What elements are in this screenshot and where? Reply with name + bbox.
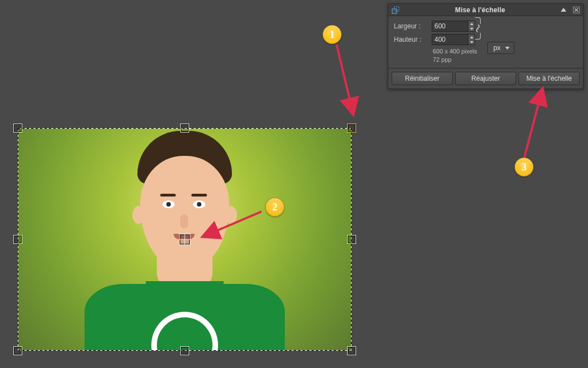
- aspect-lock-toggle[interactable]: [474, 16, 482, 41]
- chevron-down-icon: [505, 47, 510, 50]
- scale-handle-mid-left[interactable]: [13, 235, 22, 244]
- dialog-title-text: Mise à l'échelle: [403, 6, 557, 14]
- height-label: Hauteur :: [394, 36, 427, 43]
- scale-tool-icon: [392, 6, 399, 14]
- annotation-marker-2: 2: [265, 198, 284, 217]
- scale-handle-center[interactable]: [179, 234, 190, 245]
- readjust-button[interactable]: Réajuster: [455, 72, 516, 85]
- collapse-icon[interactable]: [561, 8, 566, 12]
- scale-handle-mid-right[interactable]: [347, 235, 356, 244]
- scale-handle-top-right[interactable]: [347, 124, 356, 133]
- svg-line-2: [337, 45, 353, 114]
- chain-link-icon: [476, 24, 480, 32]
- scale-handle-bottom-right[interactable]: [347, 346, 356, 355]
- scale-handle-top-left[interactable]: [13, 124, 22, 133]
- close-icon[interactable]: [573, 7, 580, 13]
- dialog-titlebar[interactable]: Mise à l'échelle: [388, 4, 583, 16]
- apply-scale-button[interactable]: Mise à l'échelle: [518, 72, 580, 85]
- scale-transform-frame[interactable]: [18, 128, 352, 351]
- height-input[interactable]: [432, 35, 468, 45]
- annotation-marker-1: 1: [323, 25, 342, 44]
- unit-select[interactable]: px: [487, 42, 515, 54]
- scale-dialog: Mise à l'échelle Largeur : Hauteur :: [388, 3, 584, 89]
- annotation-marker-3: 3: [515, 158, 533, 176]
- height-spinbox[interactable]: [432, 34, 475, 45]
- info-resolution: 72 ppp: [433, 56, 577, 64]
- width-input[interactable]: [432, 21, 468, 31]
- unit-select-label: px: [493, 44, 501, 52]
- width-label: Largeur :: [394, 22, 427, 30]
- scale-handle-mid-bottom[interactable]: [180, 346, 189, 355]
- svg-line-4: [524, 89, 542, 159]
- width-spinbox[interactable]: [432, 21, 475, 32]
- reset-button[interactable]: Réinitialiser: [392, 72, 453, 85]
- scale-handle-mid-top[interactable]: [180, 124, 189, 133]
- scale-handle-bottom-left[interactable]: [13, 346, 22, 355]
